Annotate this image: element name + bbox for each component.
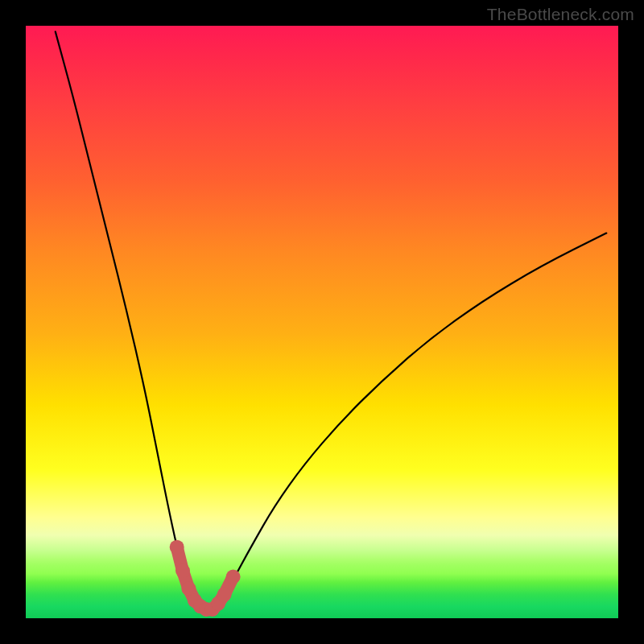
watermark-text: TheBottleneck.com <box>487 5 634 24</box>
chart-frame: TheBottleneck.com <box>0 0 644 644</box>
trough-markers <box>170 540 241 617</box>
bottleneck-curve-path <box>56 31 607 609</box>
trough-marker <box>175 564 190 578</box>
trough-marker <box>226 570 241 584</box>
plot-area <box>26 26 618 618</box>
trough-marker <box>170 540 184 555</box>
trough-marker <box>217 588 232 602</box>
curve-svg <box>26 26 618 618</box>
